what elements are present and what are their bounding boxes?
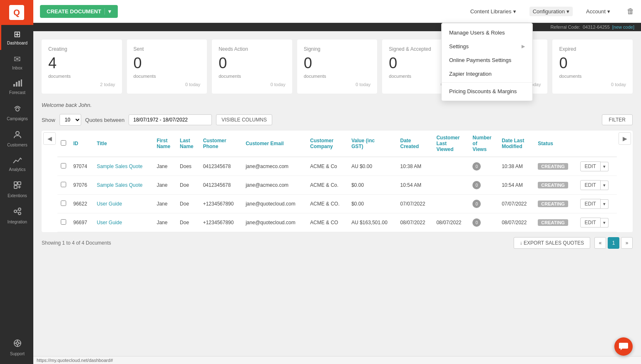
select-all-checkbox[interactable] (61, 140, 66, 146)
pagination-page-1[interactable]: 1 (608, 237, 619, 249)
col-date-created[interactable]: DateCreated (397, 131, 433, 157)
row-views: 0 (469, 176, 498, 195)
row-first-name: Jane (153, 176, 176, 195)
edit-dropdown-arrow[interactable]: ▾ (601, 181, 609, 190)
row-check[interactable] (57, 157, 70, 176)
chat-bubble[interactable] (614, 337, 633, 356)
row-id: 96622 (70, 195, 93, 213)
stat-sent-sub: documents (134, 74, 201, 79)
dropdown-pricing-discounts[interactable]: Pricing Discounts & Margins (442, 84, 532, 98)
col-first-name[interactable]: FirstName (153, 131, 176, 157)
settings-arrow: ▶ (522, 44, 525, 49)
sidebar-item-label: Forecast (9, 90, 25, 95)
col-status[interactable]: Status (534, 131, 576, 157)
row-date-created: 08/07/2022 (397, 213, 433, 232)
table-left-arrow[interactable]: ◀ (43, 132, 56, 145)
new-code-link[interactable]: [new code] (612, 25, 634, 30)
row-title[interactable]: User Guide (93, 213, 153, 232)
row-email: jane@acmeco.com (242, 157, 307, 176)
row-status: Creating (534, 176, 576, 195)
nav-configuration[interactable]: Configuration ▾ (529, 7, 573, 16)
edit-button[interactable]: EDIT (580, 218, 601, 228)
sidebar-item-inbox[interactable]: ✉ Inbox (0, 50, 33, 75)
edit-dropdown-arrow[interactable]: ▾ (601, 218, 609, 228)
welcome-text: Welcome back John. (42, 102, 633, 108)
svg-rect-7 (18, 182, 21, 185)
table-right-arrow[interactable]: ▶ (619, 132, 631, 145)
sidebar-item-analytics[interactable]: Analytics (0, 152, 33, 176)
page-content: Creating 4 documents 2 today Sent 0 docu… (33, 31, 641, 356)
campaigns-icon (13, 104, 22, 115)
sidebar-item-forecast[interactable]: Forecast (0, 75, 33, 99)
dropdown-zapier[interactable]: Zapier Integration (442, 67, 532, 81)
col-date-last-modified[interactable]: Date LastModified (498, 131, 534, 157)
row-company: ACME & Co. (307, 176, 348, 195)
stat-needs-today: 0 today (219, 82, 286, 87)
row-actions: EDIT ▾ (577, 213, 617, 232)
row-title[interactable]: User Guide (93, 195, 153, 213)
row-value: AU $163,501.00 (348, 213, 397, 232)
col-customer-email[interactable]: Customer Email (242, 131, 307, 157)
row-last-name: Does (176, 157, 200, 176)
row-phone: 0412345678 (200, 176, 243, 195)
create-document-arrow[interactable]: ▾ (104, 8, 111, 15)
sidebar-item-customers[interactable]: Customers (0, 126, 33, 152)
inbox-icon: ✉ (14, 54, 21, 64)
edit-dropdown-arrow[interactable]: ▾ (601, 162, 609, 171)
dropdown-manage-users[interactable]: Manage Users & Roles (442, 26, 532, 40)
row-title[interactable]: Sample Sales Quote (93, 157, 153, 176)
col-customer-company[interactable]: CustomerCompany (307, 131, 348, 157)
customers-icon (13, 130, 22, 141)
col-customer-phone[interactable]: CustomerPhone (200, 131, 243, 157)
row-first-name: Jane (153, 195, 176, 213)
col-id[interactable]: ID (70, 131, 93, 157)
row-views: 0 (469, 157, 498, 176)
table-footer: Showing 1 to 4 of 4 Documents ↓ EXPORT S… (42, 232, 633, 249)
sidebar: Q ⊞ Dashboard ✉ Inbox Forecast Campaigns… (0, 0, 33, 364)
pagination-next[interactable]: » (621, 237, 633, 249)
nav-content-libraries[interactable]: Content Libraries ▾ (467, 7, 519, 16)
row-check[interactable] (57, 176, 70, 195)
col-title[interactable]: Title (93, 131, 153, 157)
stat-card-expired: Expired 0 documents 0 today (552, 40, 633, 94)
row-check[interactable] (57, 213, 70, 232)
show-select[interactable]: 10 25 50 (60, 114, 81, 126)
sidebar-item-extentions[interactable]: Extentions (0, 176, 33, 203)
filter-button[interactable]: FILTER (602, 114, 633, 125)
date-range-input[interactable] (129, 114, 212, 125)
svg-point-10 (18, 208, 21, 210)
zapier-label: Zapier Integration (449, 71, 492, 77)
dropdown-settings[interactable]: Settings ▶ (442, 40, 532, 53)
col-last-name[interactable]: LastName (176, 131, 200, 157)
col-number-of-views[interactable]: NumberofViews (469, 131, 498, 157)
integration-icon (13, 207, 22, 218)
sidebar-item-campaigns[interactable]: Campaigns (0, 99, 33, 126)
sidebar-item-label: Customers (7, 143, 27, 148)
edit-button[interactable]: EDIT (580, 180, 601, 190)
sidebar-logo[interactable]: Q (0, 0, 33, 25)
dropdown-online-payments[interactable]: Online Payments Settings (442, 53, 532, 67)
row-title[interactable]: Sample Sales Quote (93, 176, 153, 195)
export-button[interactable]: ↓ EXPORT SALES QUOTES (514, 237, 590, 249)
visible-columns-button[interactable]: VISIBLE COLUMNS (216, 114, 272, 125)
col-value[interactable]: Value (incGST) (348, 131, 397, 157)
nav-account[interactable]: Account ▾ (583, 7, 614, 16)
trash-icon[interactable]: 🗑 (627, 7, 634, 16)
sidebar-item-dashboard[interactable]: ⊞ Dashboard (0, 25, 33, 50)
status-url: https://my.quotecloud.net/dashboard# (37, 358, 113, 363)
online-payments-label: Online Payments Settings (449, 57, 512, 63)
edit-button[interactable]: EDIT (580, 161, 601, 171)
stat-needs-sub: documents (219, 74, 286, 79)
col-customer-last-viewed[interactable]: CustomerLastViewed (433, 131, 469, 157)
row-check[interactable] (57, 195, 70, 213)
edit-button[interactable]: EDIT (580, 199, 601, 209)
sidebar-item-support[interactable]: Support (0, 334, 33, 361)
sidebar-item-integration[interactable]: Integration (0, 203, 33, 229)
create-document-button[interactable]: CREATE DOCUMENT ▾ (40, 5, 118, 18)
account-label: Account (586, 8, 606, 15)
stat-signing-today: 0 today (304, 82, 371, 87)
edit-dropdown-arrow[interactable]: ▾ (601, 199, 609, 209)
pagination-first[interactable]: « (594, 237, 606, 249)
table-row: 96622 User Guide Jane Doe +1234567890 ja… (57, 195, 617, 213)
stat-expired-count: 0 (559, 54, 626, 72)
